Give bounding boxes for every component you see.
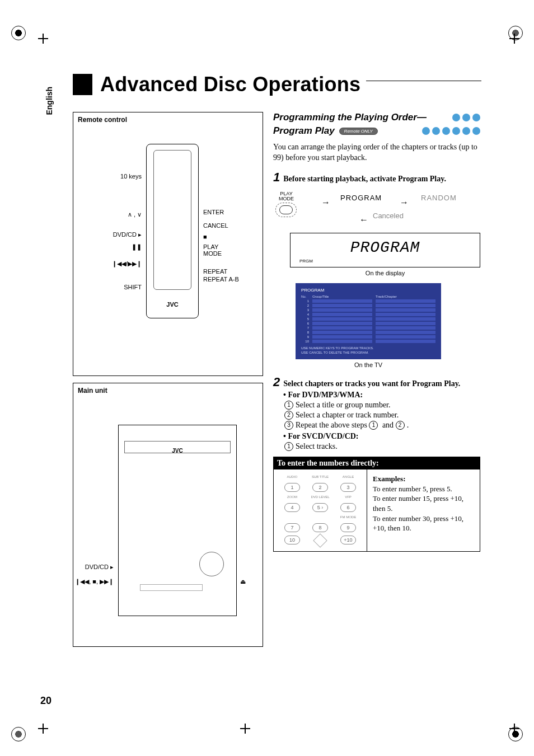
crop-mark xyxy=(38,724,48,734)
callout-eject-icon: ⏏ xyxy=(240,578,246,585)
play-mode-diagram: PLAY MODE PROGRAM RANDOM Canceled xyxy=(278,191,480,227)
page-title: Advanced Disc Operations xyxy=(100,73,360,96)
key-label-angle: ANGLE xyxy=(334,475,362,480)
tv-caption: On the TV xyxy=(296,361,441,368)
callout-dvd-cd: DVD/CD ▸ xyxy=(73,564,114,571)
tv-col-no: No. xyxy=(301,295,309,298)
tv-col-track: Track/Chapter xyxy=(376,295,435,298)
display-segment-text: PROGRAM xyxy=(291,239,480,256)
crop-mark xyxy=(509,724,519,734)
tv-note-2: USE CANCEL TO DELETE THE PROGRAM. xyxy=(301,351,435,355)
step-1-text: Before starting playback, activate Progr… xyxy=(283,175,446,184)
arrow-right-icon xyxy=(400,198,409,208)
registration-mark-bl xyxy=(11,727,26,741)
tv-osd-header: PROGRAM xyxy=(301,288,435,293)
key-plus10: +10 xyxy=(340,536,356,544)
key-label-subtitle: SUB TITLE xyxy=(306,475,334,480)
dvd-step-2: 2Select a chapter or track number. xyxy=(284,411,480,420)
dvd-step-3: 3Repeat the above steps 1 and 2. xyxy=(284,421,480,430)
main-unit-panel: Main unit JVC DVD/CD ▸ ❙◀◀, ■, ▶▶❙ ⏏ xyxy=(73,383,263,647)
callout-repeat-ab: REPEAT A-B xyxy=(203,276,239,283)
tv-row-num: 3 xyxy=(301,308,309,312)
key-label-audio: AUDIO xyxy=(278,475,306,480)
remote-only-badge: Remote ONLY xyxy=(339,128,378,135)
arrow-right-icon xyxy=(321,198,330,208)
tv-col-group: Group/Title xyxy=(312,295,372,298)
key-1: 1 xyxy=(284,483,300,492)
tv-row-num: 8 xyxy=(301,331,309,334)
registration-mark-tl xyxy=(11,26,26,40)
key-label-zoom: ZOOM xyxy=(278,495,306,500)
transport-buttons-icon xyxy=(140,584,203,591)
for-svcd-heading: • For SVCD/VCD/CD: xyxy=(283,432,480,441)
tv-row-num: 2 xyxy=(301,304,309,307)
callout-10-keys: 10 keys xyxy=(81,173,142,180)
key-label-fmmode: FM MODE xyxy=(334,515,362,520)
display-caption: On the display xyxy=(290,270,480,276)
step-2-text: Select chapters or tracks you want for P… xyxy=(283,379,460,388)
brand-logo: JVC xyxy=(119,448,236,454)
example-3: To enter number 30, press +10, +10, then… xyxy=(373,514,474,533)
tv-row-num: 6 xyxy=(301,322,309,325)
example-1: To enter number 5, press 5. xyxy=(373,484,474,494)
decorative-dots xyxy=(452,114,480,121)
examples-heading: Examples: xyxy=(373,474,474,484)
title-rule xyxy=(366,81,481,81)
volume-knob-icon xyxy=(199,552,224,576)
section-title: Programming the Playing Order— xyxy=(273,112,427,123)
main-unit-label: Main unit xyxy=(73,383,263,398)
intro-text: You can arrange the playing order of the… xyxy=(273,142,480,163)
main-unit-illustration: JVC xyxy=(118,425,237,616)
example-2: To enter number 15, press +10, then 5. xyxy=(373,494,474,513)
mode-random-label: RANDOM xyxy=(421,194,457,202)
enter-numbers-box: To enter the numbers directly: AUDIO SUB… xyxy=(273,457,480,552)
key-6: 6 xyxy=(340,503,356,512)
remote-illustration: JVC xyxy=(146,144,199,318)
callout-play: PLAY xyxy=(203,243,218,250)
callout-dvd-cd: DVD/CD ▸ xyxy=(81,231,142,238)
key-label-vfp: VFP xyxy=(334,495,362,500)
key-2: 2 xyxy=(312,483,328,492)
enter-numbers-header: To enter the numbers directly: xyxy=(274,457,480,469)
key-9: 9 xyxy=(340,523,356,532)
tv-note-1: USE NUMERIC KEYS TO PROGRAM TRACKS. xyxy=(301,346,435,351)
callout-skip-icon: ❙◀◀/▶▶❙ xyxy=(81,260,142,267)
crop-mark xyxy=(509,34,519,44)
keypad-illustration: AUDIO SUB TITLE ANGLE 1 2 3 ZOOM DVD LEV… xyxy=(274,469,367,551)
section-subtitle: Program Play xyxy=(273,125,335,137)
tv-row-num: 10 xyxy=(301,340,309,343)
nav-diamond-icon xyxy=(313,534,327,548)
step-number-1: 1 xyxy=(273,171,280,184)
tv-row-num: 7 xyxy=(301,326,309,330)
tv-row-num: 9 xyxy=(301,335,309,339)
callout-up-down-icon: ∧ , ∨ xyxy=(81,211,142,218)
key-8: 8 xyxy=(312,523,328,532)
callout-transport-icon: ❙◀◀, ■, ▶▶❙ xyxy=(73,578,114,585)
remote-control-label: Remote control xyxy=(73,112,263,127)
display-prgm-indicator: PRGM xyxy=(299,259,313,264)
play-mode-button-label: PLAY MODE xyxy=(279,191,294,202)
step-number-2: 2 xyxy=(273,376,280,388)
mode-program-label: PROGRAM xyxy=(340,194,382,202)
callout-stop-icon: ■ xyxy=(203,233,207,240)
callout-mode: MODE xyxy=(203,250,222,257)
tv-row-num: 1 xyxy=(301,299,309,303)
svcd-step-1: 1Select tracks. xyxy=(284,442,480,451)
crop-mark xyxy=(38,34,48,44)
decorative-dots xyxy=(422,127,480,135)
brand-logo: JVC xyxy=(147,301,198,308)
title-bar-icon xyxy=(73,74,92,95)
for-dvd-heading: • For DVD/MP3/WMA: xyxy=(283,391,480,400)
callout-shift: SHIFT xyxy=(81,284,142,290)
key-3: 3 xyxy=(340,483,356,492)
arrow-left-icon xyxy=(359,215,368,225)
key-4: 4 xyxy=(284,503,300,512)
callout-enter: ENTER xyxy=(203,209,224,215)
callout-pause-icon: ❚❚ xyxy=(81,243,142,251)
display-panel: PRGM PROGRAM xyxy=(290,233,480,267)
callout-cancel: CANCEL xyxy=(203,222,228,229)
remote-control-panel: Remote control JVC 10 keys ∧ , ∨ DVD/CD … xyxy=(73,112,263,376)
key-5: 5 › xyxy=(312,503,328,512)
play-mode-button-icon xyxy=(275,203,297,217)
crop-mark xyxy=(240,724,250,734)
